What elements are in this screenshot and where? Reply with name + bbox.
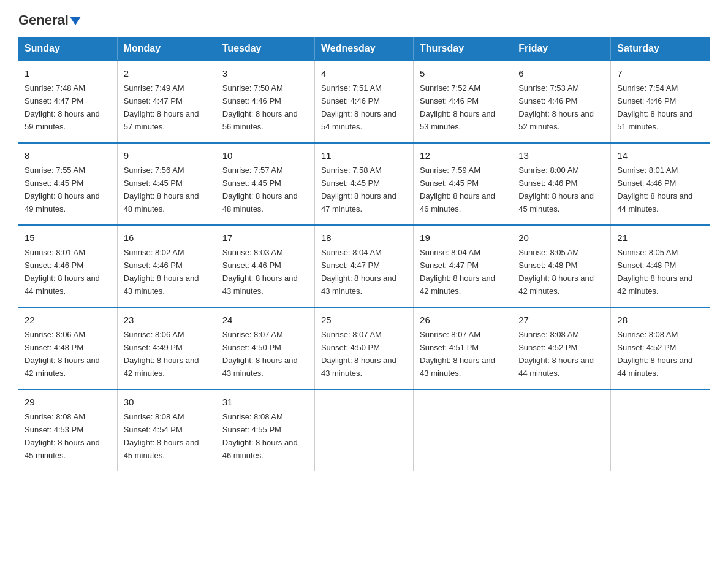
calendar-cell: 25 Sunrise: 8:07 AMSunset: 4:50 PMDaylig… xyxy=(314,307,413,389)
day-info: Sunrise: 8:06 AMSunset: 4:49 PMDaylight:… xyxy=(124,330,199,378)
day-info: Sunrise: 7:55 AMSunset: 4:45 PMDaylight:… xyxy=(25,166,100,213)
weekday-header-wednesday: Wednesday xyxy=(314,37,413,61)
day-number: 2 xyxy=(124,66,210,80)
day-info: Sunrise: 8:07 AMSunset: 4:51 PMDaylight:… xyxy=(420,330,495,378)
calendar-cell: 31 Sunrise: 8:08 AMSunset: 4:55 PMDaylig… xyxy=(216,389,314,471)
day-number: 3 xyxy=(222,66,308,80)
day-number: 30 xyxy=(124,395,210,409)
day-info: Sunrise: 8:05 AMSunset: 4:48 PMDaylight:… xyxy=(617,248,692,296)
calendar-cell: 8 Sunrise: 7:55 AMSunset: 4:45 PMDayligh… xyxy=(18,143,117,225)
day-number: 22 xyxy=(25,313,111,327)
calendar-cell: 7 Sunrise: 7:54 AMSunset: 4:46 PMDayligh… xyxy=(611,61,710,143)
logo-triangle-icon xyxy=(70,17,81,25)
calendar-week-row: 22 Sunrise: 8:06 AMSunset: 4:48 PMDaylig… xyxy=(18,307,710,389)
calendar-cell: 27 Sunrise: 8:08 AMSunset: 4:52 PMDaylig… xyxy=(512,307,611,389)
calendar-cell: 26 Sunrise: 8:07 AMSunset: 4:51 PMDaylig… xyxy=(414,307,512,389)
calendar-cell: 22 Sunrise: 8:06 AMSunset: 4:48 PMDaylig… xyxy=(18,307,117,389)
calendar-cell xyxy=(314,389,413,471)
calendar-cell: 30 Sunrise: 8:08 AMSunset: 4:54 PMDaylig… xyxy=(117,389,216,471)
day-number: 9 xyxy=(124,148,210,163)
day-info: Sunrise: 8:01 AMSunset: 4:46 PMDaylight:… xyxy=(25,248,100,296)
day-number: 15 xyxy=(25,231,111,245)
day-number: 21 xyxy=(617,231,703,245)
day-info: Sunrise: 7:59 AMSunset: 4:45 PMDaylight:… xyxy=(420,166,495,213)
calendar-cell xyxy=(512,389,611,471)
calendar-cell: 23 Sunrise: 8:06 AMSunset: 4:49 PMDaylig… xyxy=(117,307,216,389)
calendar-cell: 24 Sunrise: 8:07 AMSunset: 4:50 PMDaylig… xyxy=(216,307,314,389)
day-info: Sunrise: 8:08 AMSunset: 4:53 PMDaylight:… xyxy=(25,412,100,460)
calendar-cell: 5 Sunrise: 7:52 AMSunset: 4:46 PMDayligh… xyxy=(414,61,512,143)
calendar-cell xyxy=(414,389,512,471)
day-number: 31 xyxy=(222,395,308,409)
calendar-week-row: 15 Sunrise: 8:01 AMSunset: 4:46 PMDaylig… xyxy=(18,225,710,307)
day-number: 1 xyxy=(25,66,111,80)
day-number: 13 xyxy=(518,148,604,163)
calendar-cell: 2 Sunrise: 7:49 AMSunset: 4:47 PMDayligh… xyxy=(117,61,216,143)
day-info: Sunrise: 7:50 AMSunset: 4:46 PMDaylight:… xyxy=(222,83,298,131)
day-number: 5 xyxy=(420,66,506,80)
day-info: Sunrise: 8:08 AMSunset: 4:54 PMDaylight:… xyxy=(124,412,199,460)
day-number: 29 xyxy=(25,395,111,409)
calendar-week-row: 1 Sunrise: 7:48 AMSunset: 4:47 PMDayligh… xyxy=(18,61,710,143)
calendar-cell: 13 Sunrise: 8:00 AMSunset: 4:46 PMDaylig… xyxy=(512,143,611,225)
day-number: 12 xyxy=(420,148,506,163)
day-number: 24 xyxy=(222,313,308,327)
day-info: Sunrise: 8:04 AMSunset: 4:47 PMDaylight:… xyxy=(420,248,495,296)
page-header: General xyxy=(18,12,710,27)
day-info: Sunrise: 7:57 AMSunset: 4:45 PMDaylight:… xyxy=(222,166,298,213)
calendar-cell: 1 Sunrise: 7:48 AMSunset: 4:47 PMDayligh… xyxy=(18,61,117,143)
day-number: 8 xyxy=(25,148,111,163)
calendar-cell: 29 Sunrise: 8:08 AMSunset: 4:53 PMDaylig… xyxy=(18,389,117,471)
logo-text: General xyxy=(18,12,81,28)
calendar-cell xyxy=(611,389,710,471)
calendar-cell: 21 Sunrise: 8:05 AMSunset: 4:48 PMDaylig… xyxy=(611,225,710,307)
calendar-cell: 11 Sunrise: 7:58 AMSunset: 4:45 PMDaylig… xyxy=(314,143,413,225)
calendar-cell: 17 Sunrise: 8:03 AMSunset: 4:46 PMDaylig… xyxy=(216,225,314,307)
weekday-header-monday: Monday xyxy=(117,37,216,61)
day-info: Sunrise: 7:51 AMSunset: 4:46 PMDaylight:… xyxy=(321,83,396,131)
weekday-header-row: SundayMondayTuesdayWednesdayThursdayFrid… xyxy=(18,37,710,61)
calendar-cell: 18 Sunrise: 8:04 AMSunset: 4:47 PMDaylig… xyxy=(314,225,413,307)
day-info: Sunrise: 7:52 AMSunset: 4:46 PMDaylight:… xyxy=(420,83,495,131)
calendar-cell: 10 Sunrise: 7:57 AMSunset: 4:45 PMDaylig… xyxy=(216,143,314,225)
day-info: Sunrise: 8:03 AMSunset: 4:46 PMDaylight:… xyxy=(222,248,298,296)
day-info: Sunrise: 8:06 AMSunset: 4:48 PMDaylight:… xyxy=(25,330,100,378)
day-number: 7 xyxy=(617,66,703,80)
day-number: 11 xyxy=(321,148,407,163)
day-number: 26 xyxy=(420,313,506,327)
day-info: Sunrise: 7:53 AMSunset: 4:46 PMDaylight:… xyxy=(518,83,594,131)
day-number: 17 xyxy=(222,231,308,245)
weekday-header-saturday: Saturday xyxy=(611,37,710,61)
day-number: 18 xyxy=(321,231,407,245)
day-number: 10 xyxy=(222,148,308,163)
day-info: Sunrise: 7:58 AMSunset: 4:45 PMDaylight:… xyxy=(321,166,396,213)
day-number: 19 xyxy=(420,231,506,245)
calendar-cell: 19 Sunrise: 8:04 AMSunset: 4:47 PMDaylig… xyxy=(414,225,512,307)
calendar-cell: 9 Sunrise: 7:56 AMSunset: 4:45 PMDayligh… xyxy=(117,143,216,225)
day-info: Sunrise: 8:02 AMSunset: 4:46 PMDaylight:… xyxy=(124,248,199,296)
calendar-cell: 16 Sunrise: 8:02 AMSunset: 4:46 PMDaylig… xyxy=(117,225,216,307)
day-info: Sunrise: 8:00 AMSunset: 4:46 PMDaylight:… xyxy=(518,166,594,213)
day-number: 28 xyxy=(617,313,703,327)
day-info: Sunrise: 7:56 AMSunset: 4:45 PMDaylight:… xyxy=(124,166,199,213)
day-info: Sunrise: 8:08 AMSunset: 4:52 PMDaylight:… xyxy=(617,330,692,378)
calendar-table: SundayMondayTuesdayWednesdayThursdayFrid… xyxy=(18,37,710,471)
day-info: Sunrise: 8:01 AMSunset: 4:46 PMDaylight:… xyxy=(617,166,692,213)
calendar-cell: 4 Sunrise: 7:51 AMSunset: 4:46 PMDayligh… xyxy=(314,61,413,143)
day-number: 6 xyxy=(518,66,604,80)
day-number: 4 xyxy=(321,66,407,80)
day-number: 25 xyxy=(321,313,407,327)
calendar-cell: 6 Sunrise: 7:53 AMSunset: 4:46 PMDayligh… xyxy=(512,61,611,143)
calendar-week-row: 8 Sunrise: 7:55 AMSunset: 4:45 PMDayligh… xyxy=(18,143,710,225)
calendar-cell: 15 Sunrise: 8:01 AMSunset: 4:46 PMDaylig… xyxy=(18,225,117,307)
day-info: Sunrise: 8:08 AMSunset: 4:55 PMDaylight:… xyxy=(222,412,298,460)
weekday-header-sunday: Sunday xyxy=(18,37,117,61)
calendar-cell: 14 Sunrise: 8:01 AMSunset: 4:46 PMDaylig… xyxy=(611,143,710,225)
weekday-header-friday: Friday xyxy=(512,37,611,61)
day-number: 27 xyxy=(518,313,604,327)
calendar-cell: 28 Sunrise: 8:08 AMSunset: 4:52 PMDaylig… xyxy=(611,307,710,389)
logo: General xyxy=(18,12,81,27)
day-info: Sunrise: 8:04 AMSunset: 4:47 PMDaylight:… xyxy=(321,248,396,296)
day-info: Sunrise: 7:49 AMSunset: 4:47 PMDaylight:… xyxy=(124,83,199,131)
weekday-header-thursday: Thursday xyxy=(414,37,512,61)
